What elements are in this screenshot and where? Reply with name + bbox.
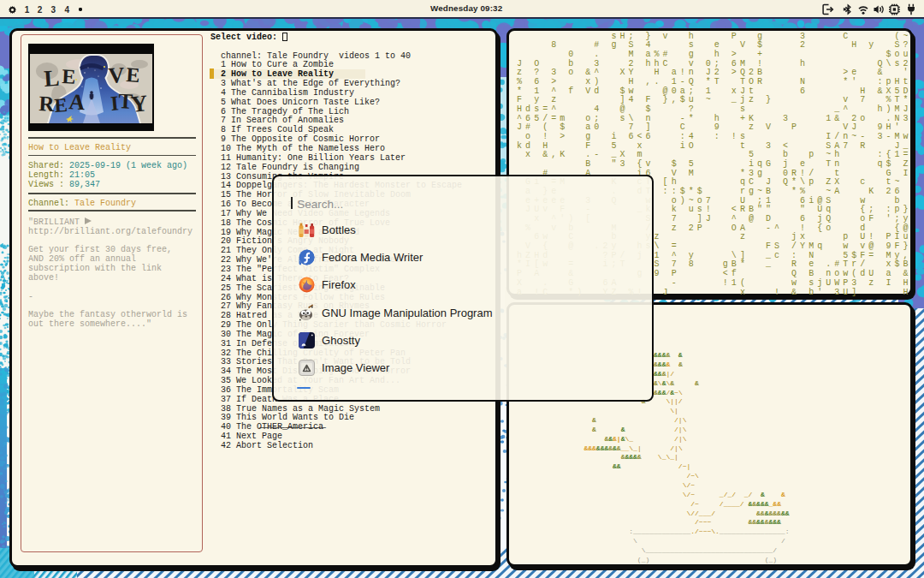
- svg-text:L: L: [43, 64, 60, 91]
- svg-text:A: A: [68, 89, 86, 115]
- svg-text:E: E: [54, 94, 68, 116]
- svg-text:Y: Y: [129, 90, 149, 117]
- svg-text:E: E: [62, 65, 76, 88]
- svg-text:V: V: [108, 63, 125, 88]
- svg-text:E: E: [126, 63, 141, 86]
